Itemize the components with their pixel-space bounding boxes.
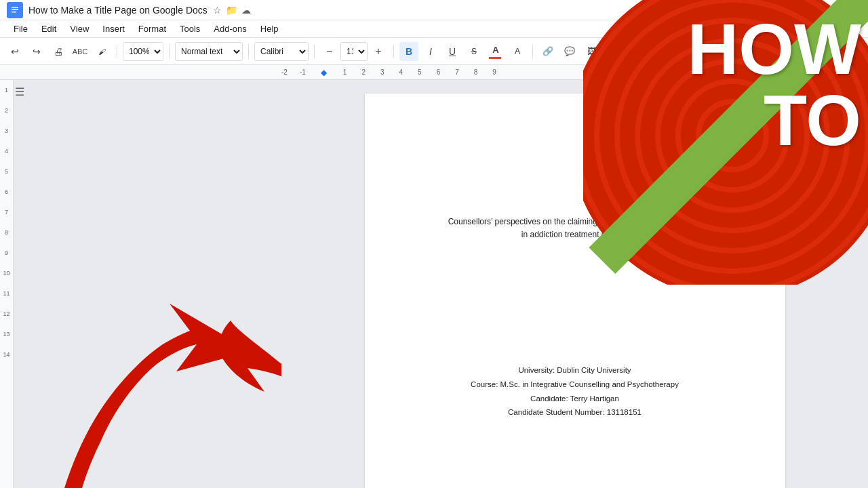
menu-edit[interactable]: Edit [36,22,62,35]
font-size-select[interactable]: 11 [340,42,368,61]
highlight-button[interactable]: A [508,42,527,61]
svg-rect-1 [12,7,18,8]
ruler: -2 -1 ◆ 1 2 3 4 5 6 7 8 9 [0,65,868,80]
separator-5 [393,45,394,58]
print-button[interactable]: 🖨 [49,42,68,61]
info-candidate: Candidate: Terry Hartigan [414,392,736,406]
decrease-font-button[interactable]: − [320,42,339,61]
increase-font-button[interactable]: + [369,42,388,61]
bold-button[interactable]: B [399,42,418,61]
left-panel: 12 34 56 78 910 1112 1314 ☰ [0,80,281,488]
document-area[interactable]: Counsellors’ perspectives on the claimin… [281,80,868,488]
font-size-area: − 11 + [320,42,388,61]
toolbar: ↩ ↪ 🖨 ABC 🖌 100% Normal text Calibri − 1… [0,38,868,65]
redo-button[interactable]: ↪ [27,42,46,61]
align-center-button[interactable]: ≡ [634,42,653,61]
document-title: How to Make a Title Page on Google Docs [28,5,208,16]
cloud-icon[interactable]: ☁ [241,5,251,16]
style-select[interactable]: Normal text [175,42,243,61]
info-student-number: Candidate Student Number: 13118151 [414,405,736,420]
menu-tools[interactable]: Tools [174,22,205,35]
document-page: Counsellors’ perspectives on the claimin… [365,94,785,488]
separator-6 [532,45,533,58]
star-icon[interactable]: ☆ [213,5,222,16]
separator-4 [314,45,315,58]
zoom-select[interactable]: 100% [123,42,163,61]
underline-button[interactable]: U [443,42,462,61]
info-university: University: Dublin City University [414,363,736,378]
main-area: 12 34 56 78 910 1112 1314 ☰ Counsellors’… [0,80,868,488]
link-button[interactable]: 🔗 [538,42,557,61]
align-left-button[interactable]: ≡ [612,42,631,61]
menu-format[interactable]: Format [133,22,172,35]
menu-file[interactable]: File [8,22,33,35]
font-color-button[interactable]: A [486,42,505,61]
app-icon [7,2,23,18]
arrow-overlay [41,236,281,488]
separator-7 [606,45,607,58]
svg-rect-3 [12,12,16,13]
font-select[interactable]: Calibri [254,42,309,61]
menu-bar: File Edit View Insert Format Tools Add-o… [0,20,868,38]
image-button[interactable]: 🖼 [582,42,601,61]
strikethrough-button[interactable]: S [465,42,484,61]
undo-button[interactable]: ↩ [5,42,24,61]
menu-help[interactable]: Help [255,22,284,35]
title-bar: How to Make a Title Page on Google Docs … [0,0,868,20]
paint-format-button[interactable]: 🖌 [92,42,111,61]
ruler-content: -2 -1 ◆ 1 2 3 4 5 6 7 8 9 [281,68,511,77]
last-edit-text: Last edit was seconds ago [766,5,861,15]
folder-icon[interactable]: 📁 [226,5,237,16]
separator-3 [248,45,249,58]
document-info: University: Dublin City University Cours… [414,363,736,420]
document-subtitle: Counsellors’ perspectives on the claimin… [414,216,736,241]
justify-button[interactable]: ≡ [677,42,696,61]
svg-rect-2 [12,9,18,10]
menu-insert[interactable]: Insert [97,22,130,35]
outline-panel-icon[interactable]: ☰ [15,85,24,98]
left-ruler: 12 34 56 78 910 1112 1314 [0,80,14,488]
separator-1 [117,45,117,58]
spellcheck-button[interactable]: ABC [71,42,90,61]
comment-button[interactable]: 💬 [560,42,579,61]
info-course: Course: M.Sc. in Integrative Counselling… [414,378,736,392]
menu-view[interactable]: View [64,22,94,35]
line-spacing-button[interactable]: ↕ [699,42,718,61]
menu-addons[interactable]: Add-ons [208,22,252,35]
title-icons: ☆ 📁 ☁ [213,5,251,16]
separator-2 [169,45,170,58]
italic-button[interactable]: I [421,42,440,61]
align-right-button[interactable]: ≡ [656,42,675,61]
